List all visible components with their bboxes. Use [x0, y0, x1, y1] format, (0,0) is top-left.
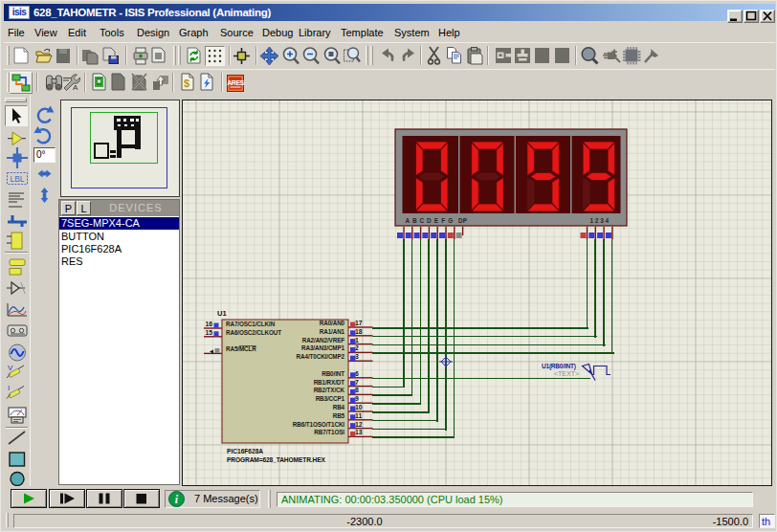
svg-text:<TEXT>: <TEXT>: [554, 370, 579, 377]
svg-text:16: 16: [205, 321, 212, 327]
svg-text:RB3/CCP1: RB3/CCP1: [316, 395, 345, 402]
svg-text:6: 6: [355, 370, 359, 377]
svg-text:11: 11: [355, 412, 362, 419]
svg-text:E: E: [434, 217, 439, 224]
svg-text:U1: U1: [217, 309, 227, 318]
svg-text:1: 1: [589, 217, 593, 224]
svg-text:4: 4: [606, 217, 610, 224]
svg-text:DP: DP: [458, 217, 468, 224]
svg-text:A: A: [405, 217, 410, 224]
svg-text:F: F: [441, 217, 445, 224]
svg-text:D: D: [427, 217, 432, 224]
svg-text:8: 8: [355, 387, 359, 393]
svg-text:U1(RB0/INT): U1(RB0/INT): [542, 363, 576, 370]
svg-text:RB7/T1OSI: RB7/T1OSI: [314, 429, 344, 435]
svg-text:3: 3: [355, 353, 359, 360]
svg-text:10: 10: [355, 404, 363, 410]
svg-text:RB4: RB4: [333, 404, 345, 410]
svg-text:RB0/INT: RB0/INT: [322, 370, 344, 377]
svg-text:RA0/AN0: RA0/AN0: [320, 320, 345, 326]
svg-text:13: 13: [355, 429, 363, 435]
svg-text:RA2/AN2/VREF: RA2/AN2/VREF: [302, 337, 345, 344]
svg-text:G: G: [448, 217, 453, 224]
svg-text:2: 2: [355, 344, 359, 351]
svg-text:9: 9: [355, 395, 359, 402]
svg-text:2: 2: [595, 217, 599, 224]
svg-text:RB2/TX/CK: RB2/TX/CK: [314, 387, 345, 393]
svg-text:RA6/OSC2/CLKOUT: RA6/OSC2/CLKOUT: [226, 329, 281, 336]
svg-text:RA5/MCLR: RA5/MCLR: [226, 345, 256, 352]
svg-text:17: 17: [355, 320, 363, 326]
svg-text:RB5: RB5: [333, 412, 345, 419]
svg-text:18: 18: [355, 328, 363, 335]
svg-text:RA1/AN1: RA1/AN1: [320, 328, 345, 335]
svg-text:I: I: [8, 384, 10, 392]
svg-text:15: 15: [205, 329, 212, 336]
svg-text:RA3/AN3/CMP1: RA3/AN3/CMP1: [301, 344, 345, 351]
svg-text:7: 7: [355, 379, 359, 386]
svg-text:RA4/T0CKI/CMP2: RA4/T0CKI/CMP2: [297, 353, 345, 360]
svg-text:3: 3: [600, 217, 604, 224]
svg-text:RB1/RX/DT: RB1/RX/DT: [314, 379, 345, 386]
svg-text:1: 1: [355, 337, 359, 344]
svg-text:PROGRAM=628_TAHOMETR.HEX: PROGRAM=628_TAHOMETR.HEX: [227, 456, 326, 463]
svg-text:RA7/OSC1/CLKIN: RA7/OSC1/CLKIN: [226, 321, 276, 327]
svg-text:LBL: LBL: [10, 174, 24, 184]
svg-text:RB6/T1OSO/T1CKI: RB6/T1OSO/T1CKI: [293, 421, 344, 428]
svg-text:12: 12: [355, 421, 363, 428]
svg-text:B: B: [412, 217, 417, 224]
svg-text:PIC16F628A: PIC16F628A: [227, 448, 263, 454]
svg-text:C: C: [419, 217, 424, 224]
svg-text:A: A: [73, 83, 78, 92]
svg-text:$: $: [184, 78, 189, 89]
svg-text:ARES: ARES: [227, 79, 244, 86]
